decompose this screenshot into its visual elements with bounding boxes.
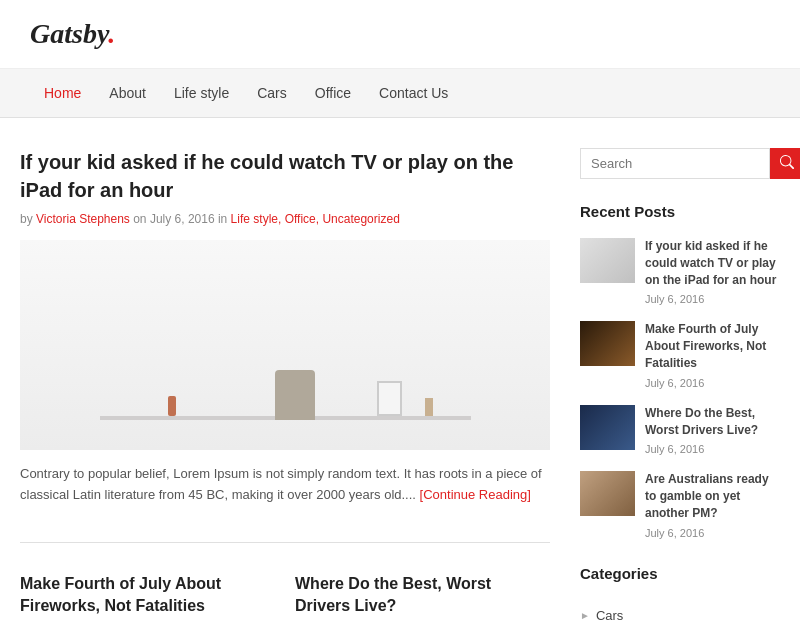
featured-post-categories[interactable]: Life style, Office, Uncategorized xyxy=(231,212,400,226)
search-icon xyxy=(780,155,794,169)
recent-post-3: Are Australians ready to gamble on yet a… xyxy=(580,471,780,540)
recent-post-1-info: Make Fourth of July About Fireworks, Not… xyxy=(645,321,780,390)
desk-frame-icon xyxy=(377,381,402,416)
site-title-dot: . xyxy=(108,18,115,49)
nav-link-home[interactable]: Home xyxy=(30,69,95,117)
featured-post-meta: by Victoria Stephens on July 6, 2016 in … xyxy=(20,212,550,226)
recent-post-3-date: July 6, 2016 xyxy=(645,527,704,539)
search-button[interactable] xyxy=(770,148,800,179)
continue-reading-link[interactable]: [Continue Reading] xyxy=(420,487,531,502)
recent-post-3-title[interactable]: Are Australians ready to gamble on yet a… xyxy=(645,471,780,521)
nav-item-lifestyle[interactable]: Life style xyxy=(160,69,243,117)
recent-post-1-thumb xyxy=(580,321,635,366)
featured-post-author[interactable]: Victoria Stephens xyxy=(36,212,130,226)
site-title-text: Gatsby xyxy=(30,18,108,49)
desk-scene xyxy=(20,240,550,450)
nav-link-about[interactable]: About xyxy=(95,69,160,117)
recent-post-3-thumb xyxy=(580,471,635,516)
featured-post-title[interactable]: If your kid asked if he could watch TV o… xyxy=(20,148,550,204)
sub-post-0: Make Fourth of July About Fireworks, Not… xyxy=(20,573,275,621)
sub-post-0-title[interactable]: Make Fourth of July About Fireworks, Not… xyxy=(20,573,275,618)
recent-post-0: If your kid asked if he could watch TV o… xyxy=(580,238,780,307)
category-cars-link[interactable]: ► Cars xyxy=(580,600,780,621)
search-input[interactable] xyxy=(580,148,770,179)
desk-plant-icon xyxy=(425,398,433,416)
recent-post-2-title[interactable]: Where Do the Best, Worst Drivers Live? xyxy=(645,405,780,439)
nav-link-office[interactable]: Office xyxy=(301,69,365,117)
search-box xyxy=(580,148,780,179)
categories-section: Categories ► Cars ► Life style ► xyxy=(580,565,780,621)
recent-post-2-thumb xyxy=(580,405,635,450)
featured-post-image xyxy=(20,240,550,450)
main-content: If your kid asked if he could watch TV o… xyxy=(20,148,550,621)
recent-post-2-info: Where Do the Best, Worst Drivers Live? J… xyxy=(645,405,780,458)
site-header: Gatsby. xyxy=(0,0,800,69)
nav-link-lifestyle[interactable]: Life style xyxy=(160,69,243,117)
recent-post-2: Where Do the Best, Worst Drivers Live? J… xyxy=(580,405,780,458)
site-logo[interactable]: Gatsby. xyxy=(30,18,115,49)
sidebar: Recent Posts If your kid asked if he cou… xyxy=(580,148,780,621)
sub-post-1-title[interactable]: Where Do the Best, Worst Drivers Live? xyxy=(295,573,550,618)
categories-title: Categories xyxy=(580,565,780,586)
category-cars: ► Cars xyxy=(580,600,780,621)
nav-item-about[interactable]: About xyxy=(95,69,160,117)
sub-posts-grid: Make Fourth of July About Fireworks, Not… xyxy=(20,573,550,621)
recent-post-3-info: Are Australians ready to gamble on yet a… xyxy=(645,471,780,540)
desk-chair-icon xyxy=(275,370,315,420)
featured-post-excerpt: Contrary to popular belief, Lorem Ipsum … xyxy=(20,464,550,506)
recent-post-0-title[interactable]: If your kid asked if he could watch TV o… xyxy=(645,238,780,288)
nav-item-office[interactable]: Office xyxy=(301,69,365,117)
featured-post: If your kid asked if he could watch TV o… xyxy=(20,148,550,543)
recent-post-0-info: If your kid asked if he could watch TV o… xyxy=(645,238,780,307)
nav-link-cars[interactable]: Cars xyxy=(243,69,301,117)
chevron-right-icon: ► xyxy=(580,610,590,621)
recent-post-1-title[interactable]: Make Fourth of July About Fireworks, Not… xyxy=(645,321,780,371)
recent-posts-title: Recent Posts xyxy=(580,203,780,224)
site-wrapper: If your kid asked if he could watch TV o… xyxy=(0,118,800,621)
main-nav: Home About Life style Cars Office Contac… xyxy=(0,69,800,118)
recent-post-1-date: July 6, 2016 xyxy=(645,377,704,389)
recent-post-2-date: July 6, 2016 xyxy=(645,443,704,455)
desk-vase-icon xyxy=(168,396,176,416)
nav-item-cars[interactable]: Cars xyxy=(243,69,301,117)
recent-post-0-date: July 6, 2016 xyxy=(645,293,704,305)
sub-post-1: Where Do the Best, Worst Drivers Live? b… xyxy=(295,573,550,621)
nav-item-home[interactable]: Home xyxy=(30,69,95,117)
nav-link-contact[interactable]: Contact Us xyxy=(365,69,462,117)
nav-list: Home About Life style Cars Office Contac… xyxy=(30,69,770,117)
featured-post-date: July 6, 2016 xyxy=(150,212,215,226)
recent-post-0-thumb xyxy=(580,238,635,283)
recent-post-1: Make Fourth of July About Fireworks, Not… xyxy=(580,321,780,390)
recent-posts-section: Recent Posts If your kid asked if he cou… xyxy=(580,203,780,541)
categories-list: ► Cars ► Life style ► Office xyxy=(580,600,780,621)
nav-item-contact[interactable]: Contact Us xyxy=(365,69,462,117)
